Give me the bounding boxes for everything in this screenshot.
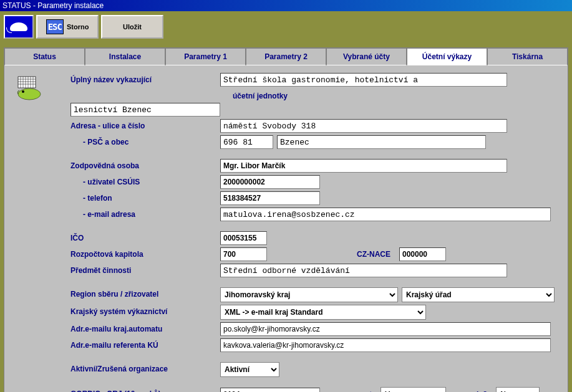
adresa-field[interactable]	[220, 119, 507, 133]
form-area: Úplný název vykazující účetní jednotky A…	[4, 65, 568, 392]
label-gordic-orj: GORDIC ORJ (10 znaků)	[70, 387, 220, 392]
psc-field[interactable]	[220, 135, 273, 149]
label-aktivni: Aktivní/Zrušená organizace	[70, 362, 220, 373]
svg-point-10	[18, 88, 41, 100]
tab-vybrane-ucty[interactable]: Vybrané účty	[326, 48, 407, 65]
label-nazev1: Úplný název vykazující	[70, 73, 220, 84]
orj-field[interactable]	[220, 388, 320, 392]
home-button[interactable]	[4, 15, 34, 39]
label-telefon: - telefon	[70, 191, 220, 203]
label-adr-automat: Adr.e-mailu kraj.automatu	[70, 322, 220, 333]
label-region: Region sběru / zřizovatel	[70, 287, 220, 299]
ulozit-label: Uložit	[123, 23, 142, 31]
tab-parametry2[interactable]: Parametry 2	[246, 48, 326, 65]
label-uzivatel: - uživatel CSÚIS	[70, 175, 220, 186]
obec-field[interactable]	[277, 135, 486, 149]
window-titlebar: STATUS - Parametry instalace	[0, 0, 572, 11]
krajsky-select[interactable]: XML -> e-mail kraj Standard	[220, 305, 426, 320]
esc-icon: ESC	[46, 19, 64, 34]
label-predmet: Předmět činnosti	[70, 264, 220, 275]
label-adresa: Adresa - ulice a číslo	[70, 119, 220, 130]
tab-parametry1[interactable]: Parametry 1	[165, 48, 246, 65]
ico-field[interactable]	[220, 231, 267, 245]
predmet-field[interactable]	[220, 264, 507, 277]
nazev2-field[interactable]	[70, 103, 220, 117]
tabs: Status Instalace Parametry 1 Parametry 2…	[4, 48, 568, 65]
tab-ucetni-vykazy[interactable]: Účetní výkazy	[407, 48, 487, 65]
email-field[interactable]	[220, 208, 551, 221]
window-title: STATUS - Parametry instalace	[2, 1, 104, 10]
svg-point-11	[22, 90, 24, 93]
uzivatel-field[interactable]	[220, 175, 320, 189]
storno-label: Storno	[67, 23, 89, 31]
aktivni-select[interactable]: Aktivní	[220, 362, 279, 377]
adr-automat-field[interactable]	[220, 322, 551, 336]
label-adr-referent: Adr.e-mailu referenta KÚ	[70, 338, 220, 350]
osoba-field[interactable]	[220, 159, 507, 173]
label-nazev2: účetní jednotky	[220, 89, 558, 100]
label-ico: IČO	[70, 231, 220, 242]
tab-tiskarna[interactable]: Tiskárna	[487, 48, 568, 65]
label-email: - e-mail adresa	[70, 208, 220, 219]
ulozit-button[interactable]: Uložit	[101, 15, 163, 39]
workspace: Status Instalace Parametry 1 Parametry 2…	[4, 47, 568, 392]
telefon-field[interactable]	[220, 191, 320, 205]
zrizovatel-select[interactable]: Krajský úřad	[402, 287, 555, 302]
label-psc-obec: - PSČ a obec	[70, 135, 220, 146]
region-select[interactable]: Jihomoravský kraj	[220, 287, 398, 302]
org-icon	[14, 75, 46, 100]
adr-referent-field[interactable]	[220, 338, 551, 352]
mouse-icon	[10, 22, 27, 31]
toolbar: ESC Storno Uložit	[0, 11, 572, 42]
nuly-select[interactable]: Ne	[496, 387, 540, 392]
storno-button[interactable]: ESC Storno	[36, 15, 99, 39]
label-osoba: Zodpovědná osoba	[70, 159, 220, 170]
nazev1-field[interactable]	[220, 73, 507, 87]
kapitola-field[interactable]	[220, 247, 267, 261]
tab-instalace[interactable]: Instalace	[85, 48, 165, 65]
tab-status[interactable]: Status	[4, 48, 85, 65]
label-krajsky: Krajský systém výkaznictví	[70, 305, 220, 316]
label-cznace: CZ-NACE	[352, 250, 395, 259]
label-kapitola: Rozpočtová kapitola	[70, 247, 220, 259]
zarovnat-select[interactable]: Vpravo	[381, 387, 446, 392]
cznace-field[interactable]	[399, 247, 446, 261]
